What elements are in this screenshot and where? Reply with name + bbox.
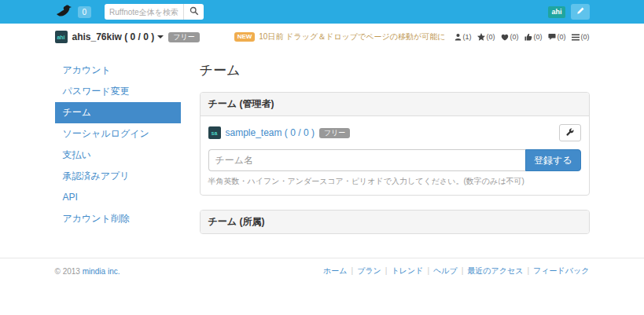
heart-icon: [501, 34, 509, 41]
team-settings-button[interactable]: [559, 124, 581, 141]
team-link[interactable]: sample_team ( 0 / 0 ): [226, 127, 315, 138]
user-dropdown[interactable]: ahis_76kiw ( 0 / 0 ): [72, 31, 164, 42]
user-header: ahi ahis_76kiw ( 0 / 0 ) フリー NEW 10日前 ドラ…: [0, 24, 644, 50]
global-search: [105, 4, 204, 20]
sidebar-item-api[interactable]: API: [55, 187, 181, 208]
footer-link-help[interactable]: ヘルプ: [423, 266, 457, 277]
followers-stat[interactable]: (1): [454, 33, 472, 41]
copyright: © 2013 mindia inc.: [55, 267, 120, 276]
star-icon: [477, 33, 485, 41]
new-page-button[interactable]: [571, 4, 590, 20]
new-badge: NEW: [234, 32, 256, 42]
team-name-help-text: 半角英数・ハイフン・アンダースコア・ピリオドで入力してください。(数字のみは不可…: [208, 176, 581, 187]
chevron-down-icon: [157, 35, 164, 38]
search-icon: [190, 6, 199, 18]
thumbs-stat[interactable]: (0): [524, 33, 543, 41]
admin-teams-panel-header: チーム (管理者): [201, 93, 589, 116]
list-icon: [572, 34, 580, 41]
thumbs-up-icon: [524, 33, 532, 41]
footer-link-home[interactable]: ホーム: [323, 266, 347, 277]
search-button[interactable]: [183, 4, 204, 20]
pages-stat[interactable]: (0): [572, 33, 590, 41]
footer-link-feedback[interactable]: フィードバック: [523, 266, 589, 277]
settings-sidebar: アカウント パスワード変更 チーム ソーシャルログイン 支払い 承認済みアプリ …: [55, 60, 181, 229]
footer: © 2013 mindia inc. ホーム プラン トレンド ヘルプ 最近のア…: [0, 258, 644, 284]
bird-logo-icon: [55, 4, 72, 20]
comments-stat[interactable]: (0): [548, 33, 566, 41]
sidebar-item-account[interactable]: アカウント: [55, 60, 181, 81]
team-plan-badge: フリー: [319, 128, 350, 138]
user-avatar[interactable]: ahi: [55, 31, 68, 43]
top-navbar: 0 ahi: [0, 0, 644, 24]
sidebar-item-password[interactable]: パスワード変更: [55, 81, 181, 102]
footer-link-trend[interactable]: トレンド: [381, 266, 424, 277]
wrench-icon: [565, 127, 574, 139]
sidebar-item-team[interactable]: チーム: [55, 102, 181, 123]
search-input[interactable]: [105, 4, 183, 20]
page-title: チーム: [200, 61, 590, 79]
footer-link-plan[interactable]: プラン: [348, 266, 381, 277]
team-name-input[interactable]: [208, 149, 525, 171]
sidebar-item-delete-account[interactable]: アカウント削除: [55, 208, 181, 229]
user-avatar-chip[interactable]: ahi: [548, 6, 565, 18]
stars-count: (0): [487, 33, 495, 41]
thumbs-count: (0): [534, 33, 543, 41]
stats-bar: (1) (0) (0): [454, 33, 590, 41]
notification-count-badge[interactable]: 0: [78, 6, 92, 18]
member-teams-panel-header: チーム (所属): [201, 211, 589, 233]
pages-count: (0): [581, 33, 590, 41]
username: ahis_76kiw ( 0 / 0 ): [72, 31, 155, 42]
plan-badge: フリー: [168, 32, 199, 42]
pencil-icon: [576, 6, 585, 18]
member-teams-panel: チーム (所属): [200, 210, 590, 234]
copyright-year: © 2013: [55, 267, 83, 276]
comment-icon: [548, 33, 556, 41]
followers-count: (1): [463, 33, 472, 41]
footer-links: ホーム プラン トレンド ヘルプ 最近のアクセス フィードバック: [323, 266, 589, 277]
ruffnote-logo[interactable]: [55, 4, 72, 20]
likes-count: (0): [510, 33, 519, 41]
team-row: sa sample_team ( 0 / 0 ) フリー: [208, 124, 581, 141]
comments-count: (0): [558, 33, 566, 41]
news-link[interactable]: 10日前 ドラッグ＆ドロップでページの移動が可能に: [259, 31, 445, 42]
create-team-form: 登録する: [208, 149, 581, 171]
likes-stat[interactable]: (0): [501, 33, 519, 41]
sidebar-item-approved-apps[interactable]: 承認済みアプリ: [55, 166, 181, 187]
team-avatar: sa: [208, 126, 221, 139]
sidebar-item-payment[interactable]: 支払い: [55, 145, 181, 166]
user-icon: [454, 33, 462, 41]
footer-link-recent[interactable]: 最近のアクセス: [458, 266, 524, 277]
company-link[interactable]: mindia inc.: [83, 267, 120, 276]
admin-teams-panel: チーム (管理者) sa sample_team ( 0 / 0 ) フリー: [200, 92, 590, 196]
sidebar-item-social-login[interactable]: ソーシャルログイン: [55, 123, 181, 145]
stars-stat[interactable]: (0): [477, 33, 495, 41]
register-team-button[interactable]: 登録する: [525, 149, 581, 171]
